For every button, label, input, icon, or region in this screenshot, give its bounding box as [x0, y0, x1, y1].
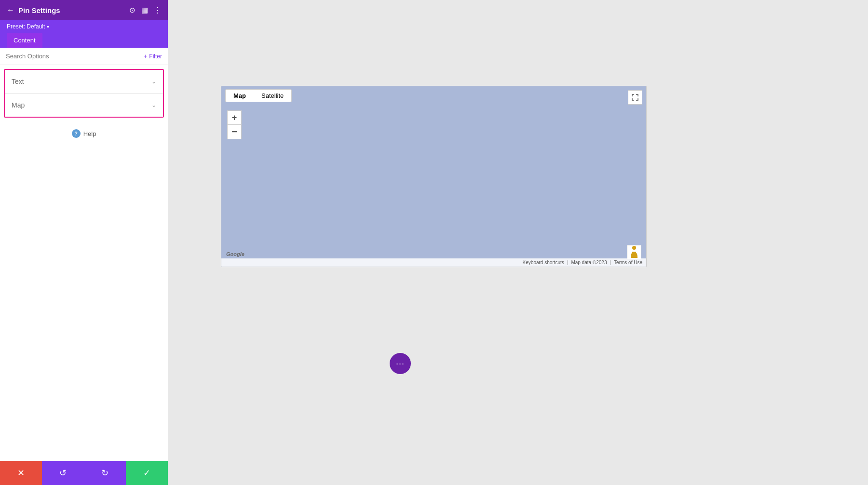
zoom-controls: + −	[227, 110, 242, 139]
terms-of-use-link[interactable]: Terms of Use	[614, 260, 642, 265]
undo-button[interactable]: ↺	[42, 461, 84, 485]
google-logo: Google	[226, 251, 244, 257]
preset-label: Preset: Default	[7, 23, 45, 30]
grid-icon[interactable]: ▦	[141, 6, 148, 14]
sidebar: ← Pin Settings ⊙ ▦ ⋮ Preset: Default ▾ C…	[0, 0, 168, 485]
footer-separator-1: |	[567, 260, 569, 265]
filter-plus-icon: +	[144, 53, 147, 60]
help-icon: ?	[72, 129, 81, 138]
accordion-wrapper: Text ⌄ Map ⌄	[4, 69, 164, 118]
zoom-in-button[interactable]: +	[227, 110, 242, 125]
search-bar: + Filter	[0, 48, 168, 65]
help-section[interactable]: ? Help	[0, 121, 168, 146]
sidebar-title: Pin Settings	[18, 6, 60, 14]
help-label: Help	[83, 130, 96, 137]
streetview-button[interactable]	[627, 245, 641, 259]
accordion-header-map[interactable]: Map ⌄	[5, 94, 163, 117]
accordion-item-map: Map ⌄	[5, 94, 163, 117]
main-content: Map Satellite + − Google Keyboard shor	[168, 0, 868, 485]
search-input[interactable]	[6, 53, 144, 60]
header-right: ⊙ ▦ ⋮	[129, 6, 161, 14]
tab-map[interactable]: Map	[225, 89, 254, 102]
redo-button[interactable]: ↻	[84, 461, 126, 485]
confirm-button[interactable]: ✓	[126, 461, 168, 485]
svg-rect-1	[632, 252, 636, 256]
floating-dots-button[interactable]: ···	[390, 353, 411, 374]
accordion-label-map: Map	[12, 101, 25, 109]
svg-point-0	[632, 246, 636, 250]
accordion-label-text: Text	[12, 78, 24, 85]
chevron-down-icon-text: ⌄	[151, 78, 156, 85]
sidebar-header: ← Pin Settings ⊙ ▦ ⋮	[0, 0, 168, 20]
zoom-out-button[interactable]: −	[227, 125, 242, 139]
tab-satellite[interactable]: Satellite	[254, 89, 292, 102]
fullscreen-button[interactable]	[628, 90, 642, 105]
filter-label: Filter	[149, 53, 162, 60]
map-container: Map Satellite + − Google Keyboard shor	[221, 86, 647, 267]
header-left: ← Pin Settings	[7, 6, 60, 14]
close-button[interactable]: ✕	[0, 461, 42, 485]
map-data-label: Map data ©2023	[571, 260, 607, 265]
map-top-bar: Map Satellite	[221, 86, 646, 105]
bottom-toolbar: ✕ ↺ ↻ ✓	[0, 461, 168, 485]
target-icon[interactable]: ⊙	[129, 6, 136, 14]
keyboard-shortcuts-link[interactable]: Keyboard shortcuts	[523, 260, 564, 265]
accordion-header-text[interactable]: Text ⌄	[5, 70, 163, 93]
dots-icon: ···	[396, 359, 405, 369]
filter-button[interactable]: + Filter	[144, 53, 162, 60]
back-icon[interactable]: ←	[7, 6, 14, 14]
content-tab-bar: Content	[0, 33, 168, 48]
preset-dropdown-icon: ▾	[47, 24, 49, 29]
tab-content[interactable]: Content	[7, 33, 42, 48]
map-footer: Keyboard shortcuts | Map data ©2023 | Te…	[221, 258, 646, 267]
more-icon[interactable]: ⋮	[154, 6, 161, 14]
footer-separator-2: |	[610, 260, 611, 265]
accordion-item-text: Text ⌄	[5, 70, 163, 94]
chevron-down-icon-map: ⌄	[151, 102, 156, 108]
preset-bar[interactable]: Preset: Default ▾	[0, 20, 168, 33]
